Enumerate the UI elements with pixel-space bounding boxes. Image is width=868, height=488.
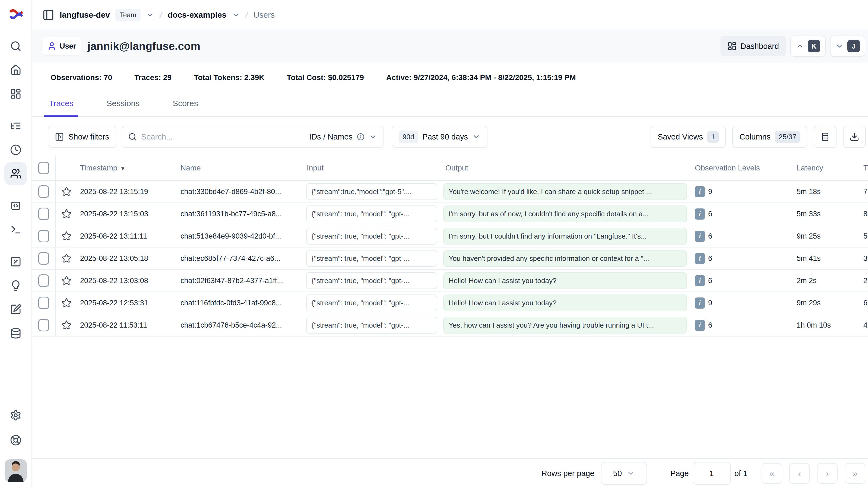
column-header-input[interactable]: Input [304, 164, 441, 172]
row-checkbox[interactable] [38, 274, 49, 287]
filter-toolbar: Show filters IDs / Names 90d Past 90 day… [32, 125, 868, 148]
sidebar-item-prompts[interactable] [10, 200, 22, 211]
cell-output-preview[interactable]: You're welcome! If you'd like, I can sha… [443, 183, 687, 200]
bookmark-star-icon[interactable] [56, 209, 78, 219]
cell-input-preview[interactable]: {"stream": true, "model": "gpt-... [306, 272, 437, 289]
column-header-timestamp[interactable]: Timestamp▼ [78, 164, 178, 172]
cell-output-preview[interactable]: Yes, how can I assist you? Are you havin… [443, 317, 687, 334]
search-input[interactable] [141, 132, 305, 142]
first-page-button[interactable]: « [762, 463, 782, 484]
chevron-down-icon[interactable] [369, 133, 377, 141]
bookmark-star-icon[interactable] [56, 231, 78, 241]
cell-output-preview[interactable]: I'm sorry, but I couldn't find any infor… [443, 228, 687, 245]
sidebar-item-sessions[interactable] [10, 144, 22, 155]
show-filters-button[interactable]: Show filters [48, 126, 116, 148]
cell-timestamp: 2025-08-22 12:53:31 [78, 299, 178, 307]
sidebar-toggle-icon[interactable] [42, 9, 54, 21]
bookmark-star-icon[interactable] [56, 320, 78, 330]
table-row[interactable]: 2025-08-22 13:11:11 chat:513e84e9-9039-4… [32, 225, 868, 247]
sidebar-item-search[interactable] [10, 40, 22, 52]
table-row[interactable]: 2025-08-22 13:15:19 chat:330bd4e7-d869-4… [32, 181, 868, 203]
cell-output-preview[interactable]: I'm sorry, but as of now, I couldn't fin… [443, 206, 687, 222]
cell-input-preview[interactable]: {"stream": true, "model": "gpt-... [306, 206, 437, 222]
pagination-bar: Rows per page 50 Page of 1 « ‹ › » [32, 458, 868, 488]
cell-trace-name[interactable]: chat:330bd4e7-d869-4b2f-80... [178, 187, 304, 196]
row-checkbox[interactable] [38, 297, 49, 309]
sidebar-item-users[interactable] [4, 162, 27, 185]
rows-per-page-select[interactable]: 50 [601, 462, 647, 485]
cell-output-preview[interactable]: Hello! How can I assist you today? [443, 272, 687, 289]
sidebar-item-datasets[interactable] [10, 328, 22, 339]
sidebar-item-tracing[interactable] [10, 120, 22, 132]
sidebar-item-dashboards[interactable] [10, 88, 22, 100]
table-row[interactable]: 2025-08-22 11:53:11 chat:1cb67476-b5ce-4… [32, 314, 868, 337]
column-header-name[interactable]: Name [178, 164, 304, 172]
previous-page-button[interactable]: ‹ [789, 463, 810, 484]
cell-trace-name[interactable]: chat:116fbfdc-0fd3-41af-99c8... [178, 299, 304, 307]
tab-traces[interactable]: Traces [45, 99, 78, 116]
tab-sessions[interactable]: Sessions [102, 99, 144, 116]
cell-trace-name[interactable]: chat:513e84e9-9039-42d0-bf... [178, 232, 304, 241]
chevron-down-icon[interactable] [232, 11, 240, 19]
bookmark-star-icon[interactable] [56, 186, 78, 197]
table-row[interactable]: 2025-08-22 13:05:18 chat:ec685f77-7374-4… [32, 247, 868, 270]
next-page-button[interactable]: › [817, 463, 838, 484]
column-header-total[interactable]: T [862, 164, 868, 172]
langfuse-logo-icon[interactable] [7, 6, 24, 24]
shortcut-key-k: K [808, 40, 820, 52]
export-button[interactable] [843, 126, 866, 148]
table-row[interactable]: 2025-08-22 13:03:08 chat:02f63f47-87b2-4… [32, 270, 868, 292]
table-row[interactable]: 2025-08-22 13:15:03 chat:3611931b-bc77-4… [32, 203, 868, 225]
dashboard-button[interactable]: Dashboard [720, 36, 786, 56]
sidebar-item-home[interactable] [10, 64, 22, 76]
previous-user-button[interactable]: K [790, 35, 826, 57]
table-row[interactable]: 2025-08-22 12:53:31 chat:116fbfdc-0fd3-4… [32, 292, 868, 314]
row-height-button[interactable] [814, 126, 837, 148]
next-user-button[interactable]: J [830, 35, 865, 57]
cell-timestamp: 2025-08-22 13:15:19 [78, 187, 178, 196]
tab-scores[interactable]: Scores [168, 99, 202, 116]
info-icon[interactable] [357, 133, 365, 141]
date-range-picker[interactable]: 90d Past 90 days [392, 126, 488, 148]
sidebar-item-settings[interactable] [10, 409, 22, 421]
breadcrumb-org[interactable]: langfuse-dev [60, 10, 110, 20]
bookmark-star-icon[interactable] [56, 253, 78, 264]
cell-input-preview[interactable]: {"stream":true,"model":"gpt-5",... [306, 183, 437, 200]
sidebar-item-annotation[interactable] [10, 304, 22, 315]
page-number-input[interactable] [693, 462, 731, 485]
bookmark-star-icon[interactable] [56, 298, 78, 308]
row-checkbox[interactable] [38, 208, 49, 220]
user-avatar[interactable] [5, 459, 27, 482]
sidebar-item-playground[interactable] [10, 224, 22, 235]
cell-timestamp: 2025-08-22 13:11:11 [78, 232, 178, 241]
cell-trace-name[interactable]: chat:3611931b-bc77-49c5-a8... [178, 210, 304, 218]
cell-input-preview[interactable]: {"stream": true, "model": "gpt-... [306, 317, 437, 334]
column-header-observation-levels[interactable]: Observation Levels [691, 164, 794, 172]
sidebar-item-evaluation[interactable] [10, 256, 22, 267]
cell-trace-name[interactable]: chat:ec685f77-7374-427c-a6... [178, 254, 304, 263]
bookmark-star-icon[interactable] [56, 275, 78, 286]
chevron-down-icon[interactable] [146, 11, 154, 19]
sidebar-item-insights[interactable] [10, 280, 22, 291]
cell-trace-name[interactable]: chat:02f63f47-87b2-4377-a1ff... [178, 277, 304, 285]
row-checkbox[interactable] [38, 185, 49, 198]
column-header-latency[interactable]: Latency [794, 164, 862, 172]
search-scope-label[interactable]: IDs / Names [309, 132, 352, 142]
cell-output-preview[interactable]: Hello! How can I assist you today? [443, 295, 687, 311]
breadcrumb-project[interactable]: docs-examples [168, 10, 227, 20]
row-checkbox[interactable] [38, 252, 49, 265]
row-checkbox[interactable] [38, 319, 49, 331]
sidebar-item-support[interactable] [10, 434, 22, 446]
row-checkbox[interactable] [38, 230, 49, 242]
column-header-output[interactable]: Output [441, 164, 691, 172]
saved-views-button[interactable]: Saved Views 1 [651, 126, 726, 148]
cell-output-preview[interactable]: You haven't provided any specific inform… [443, 250, 687, 267]
cell-trace-name[interactable]: chat:1cb67476-b5ce-4c4a-92... [178, 321, 304, 330]
cell-input-preview[interactable]: {"stream": true, "model": "gpt-... [306, 228, 437, 245]
columns-button[interactable]: Columns 25/37 [732, 126, 807, 148]
cell-input-preview[interactable]: {"stream": true, "model": "gpt-... [306, 250, 437, 267]
cell-input-preview[interactable]: {"stream": true, "model": "gpt-... [306, 295, 437, 311]
rows-per-page-value: 50 [613, 469, 622, 478]
select-all-checkbox[interactable] [38, 162, 49, 174]
last-page-button[interactable]: » [845, 463, 865, 484]
